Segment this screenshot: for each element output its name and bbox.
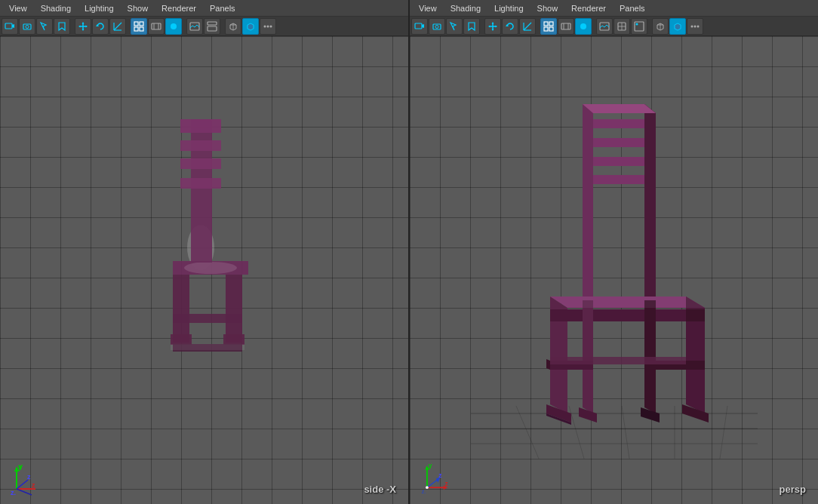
right-tb-circle[interactable] xyxy=(575,18,592,35)
right-menu-shading[interactable]: Shading xyxy=(444,2,487,14)
right-chair xyxy=(410,36,818,504)
right-tb-sel[interactable] xyxy=(446,18,463,35)
right-menu-panels[interactable]: Panels xyxy=(614,2,651,14)
right-menu-view[interactable]: View xyxy=(413,2,443,14)
left-canvas[interactable]: side -X y z z y z. xyxy=(0,36,408,504)
svg-marker-136 xyxy=(550,357,686,364)
left-tb-layout[interactable] xyxy=(204,18,220,35)
svg-rect-19 xyxy=(140,27,143,31)
right-tb-cam2[interactable] xyxy=(429,18,445,35)
svg-point-31 xyxy=(264,25,266,27)
left-tb-img[interactable] xyxy=(186,18,203,35)
svg-rect-79 xyxy=(549,27,553,31)
left-tb-circle[interactable] xyxy=(165,18,182,35)
svg-rect-43 xyxy=(226,275,242,343)
right-tb-film[interactable] xyxy=(558,18,574,35)
svg-rect-36 xyxy=(180,140,221,151)
right-tb-rot[interactable] xyxy=(502,18,518,35)
svg-rect-78 xyxy=(544,27,548,31)
svg-point-32 xyxy=(267,25,269,27)
svg-point-3 xyxy=(26,25,29,28)
left-menu-renderer[interactable]: Renderer xyxy=(155,2,202,14)
right-menu-show[interactable]: Show xyxy=(531,2,564,14)
svg-marker-8 xyxy=(82,22,85,24)
left-menu-lighting[interactable]: Lighting xyxy=(78,2,120,14)
right-tb-cube-wire[interactable] xyxy=(652,18,669,35)
left-tb-scale[interactable] xyxy=(109,18,126,35)
svg-rect-76 xyxy=(544,22,548,26)
svg-marker-134 xyxy=(546,359,550,370)
right-tb-bookmark[interactable] xyxy=(463,18,480,35)
left-tb-extra[interactable] xyxy=(260,18,276,35)
left-tb-sep3 xyxy=(183,18,186,35)
svg-rect-38 xyxy=(180,178,221,189)
left-tb-cam2[interactable] xyxy=(19,18,35,35)
left-tb-rot[interactable] xyxy=(92,18,109,35)
svg-rect-45 xyxy=(173,275,189,343)
svg-rect-17 xyxy=(140,22,143,26)
svg-marker-127 xyxy=(686,309,705,321)
svg-marker-115 xyxy=(583,104,593,300)
svg-rect-37 xyxy=(180,158,221,169)
svg-marker-121 xyxy=(550,309,705,321)
svg-rect-77 xyxy=(549,22,553,26)
svg-marker-137 xyxy=(583,104,656,113)
left-menu-show[interactable]: Show xyxy=(121,2,155,14)
left-tb-bookmark[interactable] xyxy=(54,18,70,35)
svg-rect-42 xyxy=(191,210,212,263)
left-tb-cube-solid[interactable] xyxy=(242,18,259,35)
left-menu-bar: View Shading Lighting Show Renderer Pane… xyxy=(0,0,408,17)
svg-marker-65 xyxy=(469,23,475,30)
left-menu-shading[interactable]: Shading xyxy=(35,2,77,14)
right-tb-sep3 xyxy=(592,18,595,35)
right-menu-lighting[interactable]: Lighting xyxy=(488,2,530,14)
left-tb-cam1[interactable] xyxy=(2,18,18,35)
right-tb-sep4 xyxy=(648,18,651,35)
right-tb-sep2 xyxy=(537,18,540,35)
right-tb-img3[interactable] xyxy=(631,18,647,35)
svg-marker-30 xyxy=(248,23,254,30)
right-tb-grid[interactable] xyxy=(540,18,557,35)
left-menu-panels[interactable]: Panels xyxy=(204,2,241,14)
left-chair xyxy=(0,36,408,504)
left-tb-film[interactable] xyxy=(148,18,165,35)
right-toolbar xyxy=(410,17,818,36)
right-tb-cube-solid[interactable] xyxy=(669,18,686,35)
right-tb-scale[interactable] xyxy=(519,18,536,35)
svg-rect-49 xyxy=(171,344,244,350)
svg-marker-70 xyxy=(488,25,490,27)
svg-point-95 xyxy=(694,25,697,27)
right-tb-img2[interactable] xyxy=(614,18,630,35)
viewports-container: View Shading Lighting Show Renderer Pane… xyxy=(0,0,818,504)
svg-marker-71 xyxy=(496,25,498,27)
right-canvas[interactable]: persp y z z z. xyxy=(410,36,818,504)
right-tb-extra[interactable] xyxy=(687,18,703,35)
svg-marker-69 xyxy=(492,29,494,31)
left-tb-sep1 xyxy=(71,18,74,35)
svg-marker-64 xyxy=(451,23,456,30)
svg-rect-25 xyxy=(208,22,217,25)
left-tb-sel[interactable] xyxy=(36,18,53,35)
right-tb-cam1[interactable] xyxy=(411,18,428,35)
svg-marker-68 xyxy=(492,22,494,24)
svg-rect-35 xyxy=(180,119,221,133)
svg-rect-80 xyxy=(561,23,570,29)
right-tb-move[interactable] xyxy=(484,18,501,35)
left-tb-move[interactable] xyxy=(75,18,91,35)
svg-rect-26 xyxy=(208,26,217,31)
svg-point-33 xyxy=(270,25,272,27)
right-viewport: View Shading Lighting Show Renderer Pane… xyxy=(408,0,818,504)
left-tb-grid[interactable] xyxy=(131,18,147,35)
svg-marker-4 xyxy=(41,23,46,30)
svg-marker-93 xyxy=(675,23,681,30)
svg-point-63 xyxy=(435,25,438,28)
left-menu-view[interactable]: View xyxy=(3,2,33,14)
right-tb-img1[interactable] xyxy=(596,18,613,35)
svg-marker-116 xyxy=(644,104,656,300)
right-menu-renderer[interactable]: Renderer xyxy=(565,2,612,14)
left-tb-cube-wire[interactable] xyxy=(225,18,241,35)
svg-rect-18 xyxy=(134,27,138,31)
svg-rect-47 xyxy=(173,314,242,323)
svg-marker-123 xyxy=(550,309,567,321)
svg-rect-16 xyxy=(134,22,138,26)
